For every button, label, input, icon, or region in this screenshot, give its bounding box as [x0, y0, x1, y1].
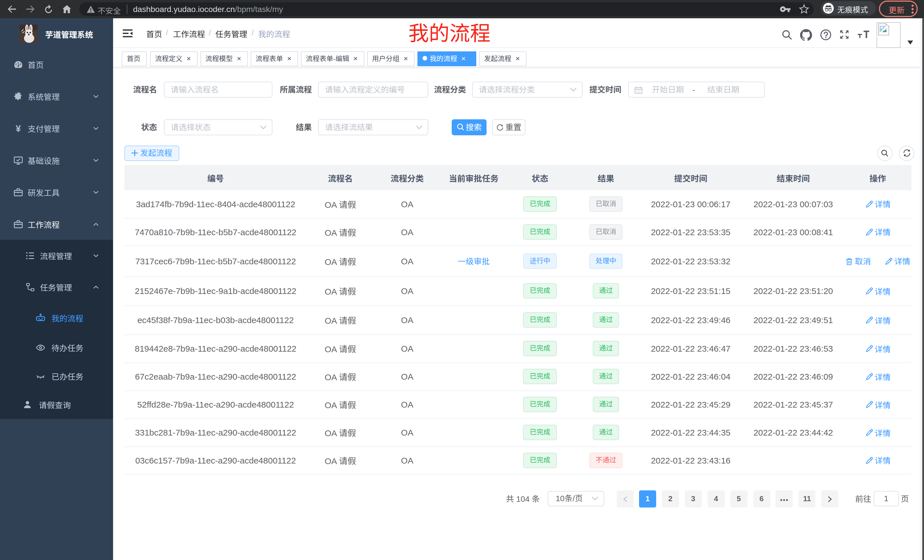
svg-text:¥: ¥	[16, 124, 21, 133]
